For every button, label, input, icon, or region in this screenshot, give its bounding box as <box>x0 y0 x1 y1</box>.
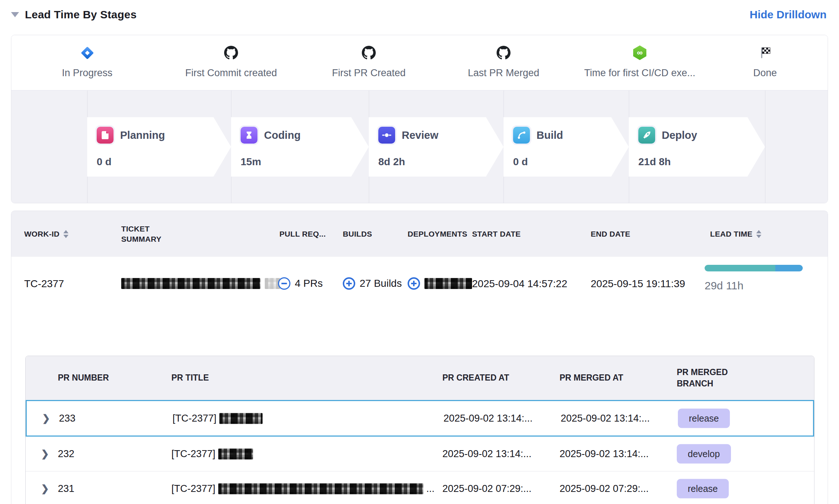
col-lead-time[interactable]: LEAD TIME <box>710 211 761 257</box>
stage-planning[interactable]: Planning 0 d <box>87 117 231 177</box>
end-date-cell: 2025-09-15 19:11:39 <box>591 278 685 290</box>
work-table-header: WORK-ID TICKET SUMMARY PULL REQ... BUILD… <box>11 211 828 257</box>
milestone-first-commit: First Commit created <box>165 43 297 79</box>
work-row-tc-2377[interactable]: TC-2377 4 PRs 27 Builds 2025-09-04 14:57… <box>11 257 828 310</box>
pr-row-233[interactable]: 233 [TC-2377] 2025-09-02 13:14:... 2025-… <box>26 400 814 437</box>
branch-badge: develop <box>677 444 731 464</box>
col-end-date: END DATE <box>591 211 630 257</box>
stage-duration: 21d 8h <box>638 156 765 168</box>
col-pr-merged-branch: PR MERGED BRANCH <box>677 356 735 400</box>
rocket-icon <box>638 127 655 144</box>
col-deployments: DEPLOYMENTS <box>408 211 467 257</box>
pipeline-icon <box>513 127 530 144</box>
github-icon <box>165 43 297 62</box>
collapse-triangle-icon[interactable] <box>11 12 19 17</box>
stage-duration: 8d 2h <box>378 156 504 168</box>
col-work-id[interactable]: WORK-ID <box>24 211 68 257</box>
pr-table-header: PR NUMBER PR TITLE PR CREATED AT PR MERG… <box>26 356 814 400</box>
github-icon <box>438 43 569 62</box>
pr-created-at: 2025-09-02 13:14:... <box>442 448 531 460</box>
jira-diamond-icon <box>21 43 153 62</box>
stage-band: Planning 0 d Coding 15m Review 8d 2h <box>11 90 828 203</box>
milestone-in-progress: In Progress <box>21 43 153 79</box>
plus-circle-icon[interactable] <box>343 277 355 290</box>
pr-branch-badge: release <box>678 409 730 428</box>
pr-merged-at: 2025-09-02 13:14:... <box>560 448 649 460</box>
chevron-right-icon[interactable] <box>42 413 50 424</box>
chevron-right-icon[interactable] <box>41 483 49 494</box>
stage-coding[interactable]: Coding 15m <box>231 117 369 177</box>
minus-circle-icon[interactable] <box>278 277 290 290</box>
deployments-cell[interactable] <box>408 277 472 290</box>
milestone-last-pr-merged: Last PR Merged <box>438 43 569 79</box>
pr-merged-at: 2025-09-02 13:14:... <box>561 413 650 424</box>
stage-deploy[interactable]: Deploy 21d 8h <box>629 117 765 177</box>
milestones-row: In Progress First Commit created First P… <box>11 35 828 90</box>
pr-created-at: 2025-09-02 13:14:... <box>443 413 532 424</box>
chevron-right-icon[interactable] <box>41 448 49 460</box>
col-pr-title: PR TITLE <box>171 356 209 400</box>
commit-icon <box>378 127 395 144</box>
pr-row-231[interactable]: 231 [TC-2377] ... 2025-09-02 07:29:... 2… <box>26 471 814 504</box>
pr-number: 231 <box>58 483 74 494</box>
col-ticket-summary: TICKET SUMMARY <box>121 211 187 257</box>
ticket-summary-redacted <box>121 278 280 289</box>
lead-time-cell: 29d 11h <box>705 265 803 292</box>
sort-icon[interactable] <box>756 230 761 238</box>
milestone-done: Done <box>699 43 828 79</box>
builds-cell[interactable]: 27 Builds <box>343 277 402 290</box>
work-id-cell: TC-2377 <box>24 278 64 290</box>
hide-drilldown-link[interactable]: Hide Drilldown <box>750 8 827 21</box>
col-builds: BUILDS <box>343 211 372 257</box>
note-icon <box>97 127 114 144</box>
start-date-cell: 2025-09-04 14:57:22 <box>472 278 567 290</box>
col-pr-number: PR NUMBER <box>58 356 109 400</box>
pr-number: 233 <box>59 413 75 424</box>
pr-row-232[interactable]: 232 [TC-2377] 2025-09-02 13:14:... 2025-… <box>26 437 814 471</box>
pr-branch-badge: release <box>677 479 729 499</box>
pr-title: [TC-2377] <box>172 413 266 424</box>
milestone-cicd: Time for first CI/CD exe... <box>574 43 706 79</box>
stage-review[interactable]: Review 8d 2h <box>369 117 504 177</box>
col-pull-requests: PULL REQ... <box>279 211 326 257</box>
pr-title: [TC-2377] ... <box>171 483 435 494</box>
section-header: Lead Time By Stages Hide Drilldown <box>0 0 839 23</box>
github-icon <box>303 43 435 62</box>
milestone-first-pr: First PR Created <box>303 43 435 79</box>
plus-circle-icon[interactable] <box>408 277 420 290</box>
col-pr-merged-at: PR MERGED AT <box>560 356 623 400</box>
pull-requests-cell[interactable]: 4 PRs <box>278 277 323 290</box>
sort-icon[interactable] <box>63 230 68 238</box>
checkered-flag-icon <box>699 43 828 62</box>
pr-merged-at: 2025-09-02 07:29:... <box>560 483 649 494</box>
pr-table: PR NUMBER PR TITLE PR CREATED AT PR MERG… <box>25 356 814 504</box>
branch-badge: release <box>677 479 729 499</box>
stage-duration: 0 d <box>97 156 231 168</box>
stage-duration: 0 d <box>513 156 629 168</box>
branch-badge: release <box>678 409 730 428</box>
work-items-table: WORK-ID TICKET SUMMARY PULL REQ... BUILD… <box>11 211 828 504</box>
col-pr-created-at: PR CREATED AT <box>442 356 509 400</box>
lead-time-bar <box>705 265 803 271</box>
lead-time-value: 29d 11h <box>705 279 803 292</box>
hourglass-icon <box>241 127 257 144</box>
pr-branch-badge: develop <box>677 444 731 464</box>
cicd-infinity-icon <box>574 43 706 62</box>
page-title: Lead Time By Stages <box>25 8 137 21</box>
stage-build[interactable]: Build 0 d <box>504 117 629 177</box>
lead-time-stages-card: In Progress First Commit created First P… <box>11 35 828 203</box>
pr-title: [TC-2377] <box>171 448 256 460</box>
stage-duration: 15m <box>241 156 369 168</box>
pr-created-at: 2025-09-02 07:29:... <box>442 483 531 494</box>
pr-number: 232 <box>58 448 74 460</box>
col-start-date: START DATE <box>472 211 521 257</box>
